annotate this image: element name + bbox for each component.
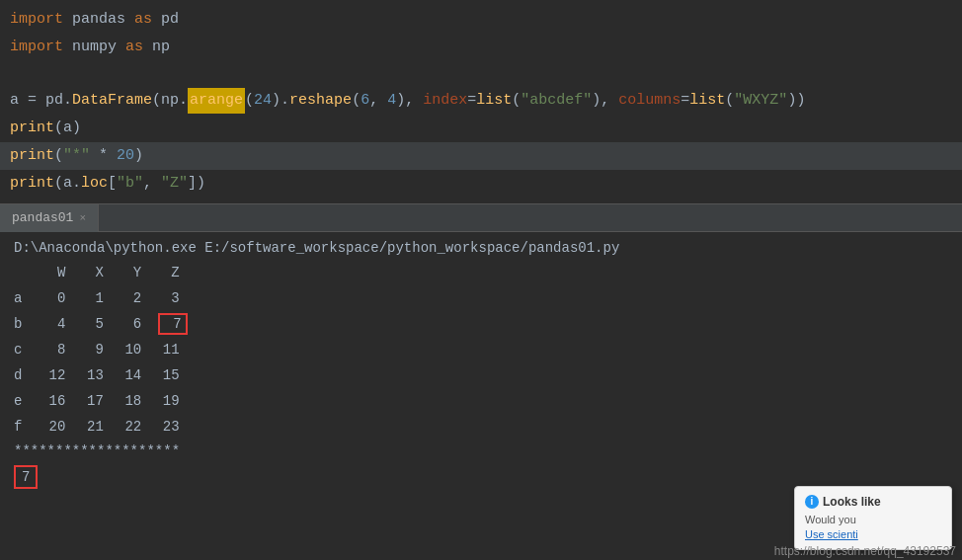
code-text: ,	[143, 171, 161, 197]
cell-d-y: 14	[120, 364, 149, 386]
fn-list-2: list	[689, 88, 725, 114]
cell-f-w: 20	[43, 416, 73, 438]
fn-loc: loc	[81, 171, 108, 197]
table-row-a: a 0 1 2 3	[0, 285, 962, 311]
cell-a-w: 0	[43, 287, 73, 309]
row-index-f: f	[14, 416, 36, 438]
row-index-b: b	[14, 313, 36, 335]
cell-e-w: 16	[43, 390, 73, 412]
code-line-5: print(a)	[0, 115, 962, 142]
table-row-e: e 16 17 18 19	[0, 388, 962, 414]
code-line-4: a = pd.DataFrame(np.arange(24).reshape(6…	[0, 87, 962, 115]
code-text: ))	[787, 88, 805, 114]
fn-dataframe: DataFrame	[72, 88, 152, 114]
table-row-c: c 8 9 10 11	[0, 337, 962, 362]
url-bar: https://blog.csdn.net/qq_43192537	[768, 542, 962, 560]
cell-b-x: 5	[82, 313, 112, 335]
keyword-as-1: as	[134, 7, 152, 33]
cell-c-y: 10	[120, 339, 149, 360]
stars-output: ********************	[0, 440, 962, 463]
result-value: 7	[14, 465, 38, 489]
table-row-d: d 12 13 14 15	[0, 362, 962, 388]
cell-a-z: 3	[158, 287, 188, 309]
table-header-row: W X Y Z	[0, 260, 962, 285]
code-text: ).	[272, 88, 289, 114]
num-4: 4	[387, 88, 396, 114]
code-text: (	[54, 143, 63, 169]
code-text: ),	[396, 88, 423, 114]
code-line-7: print(a.loc["b", "Z"])	[0, 170, 962, 198]
str-wxyz: "WXYZ"	[734, 88, 787, 114]
fn-list-1: list	[476, 88, 512, 114]
keyword-import-2: import	[10, 35, 63, 60]
tooltip-popup: i Looks like Would you Use scienti	[794, 486, 952, 550]
cell-d-z: 15	[158, 364, 188, 386]
param-index: index	[423, 88, 467, 114]
code-text: np	[143, 35, 170, 60]
table-row-f: f 20 21 22 23	[0, 414, 962, 440]
tab-bar: pandas01 ×	[0, 204, 962, 232]
keyword-import-1: import	[10, 7, 63, 33]
tab-pandas01[interactable]: pandas01 ×	[0, 204, 99, 232]
cell-b-y: 6	[120, 313, 149, 335]
str-z: "Z"	[161, 171, 188, 197]
num-20: 20	[117, 143, 134, 169]
table-header-x: X	[82, 262, 112, 283]
code-text: ,	[369, 88, 387, 114]
code-line-1: import pandas as pd	[0, 6, 962, 34]
tooltip-action[interactable]: Use scienti	[805, 528, 858, 540]
table-header-w: W	[43, 262, 73, 283]
code-text: pandas	[63, 7, 134, 33]
code-text: (	[512, 88, 521, 114]
code-text: (	[352, 88, 361, 114]
cell-e-z: 19	[158, 390, 188, 412]
row-index-a: a	[14, 287, 36, 309]
info-icon: i	[805, 495, 819, 509]
code-text: ])	[188, 171, 205, 197]
cell-a-y: 2	[120, 287, 149, 309]
code-text: pd	[152, 7, 179, 33]
code-text: [	[108, 171, 117, 197]
fn-print-1: print	[10, 116, 54, 141]
code-text: (a.	[54, 171, 81, 197]
fn-arange-highlight: arange	[188, 88, 245, 114]
str-abcdef: "abcdef"	[521, 88, 592, 114]
fn-reshape: reshape	[289, 88, 352, 114]
code-text: a = pd.	[10, 88, 72, 114]
code-line-6: print("*" * 20)	[0, 142, 962, 170]
url-text: https://blog.csdn.net/qq_43192537	[774, 544, 956, 558]
output-path: D:\Anaconda\python.exe E:/software_works…	[0, 236, 962, 260]
code-text: (	[245, 88, 254, 114]
code-line-2: import numpy as np	[0, 34, 962, 61]
code-text: ),	[592, 88, 618, 114]
tab-close-button[interactable]: ×	[79, 212, 86, 224]
row-index-d: d	[14, 364, 36, 386]
cell-b-w: 4	[43, 313, 73, 335]
code-text: (a)	[54, 116, 81, 141]
str-b: "b"	[117, 171, 143, 197]
table-header-z: Z	[158, 262, 188, 283]
empty-line-1	[0, 61, 962, 87]
keyword-as-2: as	[125, 35, 143, 60]
cell-c-z: 11	[158, 339, 188, 360]
param-columns: columns	[618, 88, 681, 114]
code-editor: import pandas as pd import numpy as np a…	[0, 0, 962, 204]
tooltip-title: i Looks like	[805, 495, 941, 509]
code-text: =	[681, 88, 689, 114]
cell-c-x: 9	[82, 339, 112, 360]
num-24: 24	[254, 88, 272, 114]
fn-print-3: print	[10, 171, 54, 197]
table-row-b: b 4 5 6 7	[0, 311, 962, 337]
code-text: =	[467, 88, 476, 114]
code-text: numpy	[63, 35, 125, 60]
row-index-c: c	[14, 339, 36, 360]
code-text: )	[134, 143, 143, 169]
row-index-e: e	[14, 390, 36, 412]
cell-f-y: 22	[120, 416, 149, 438]
table-header-y: Y	[120, 262, 149, 283]
code-text: *	[90, 143, 117, 169]
cell-e-x: 17	[82, 390, 112, 412]
tab-label: pandas01	[12, 210, 73, 225]
tooltip-title-text: Looks like	[823, 495, 881, 509]
tooltip-body: Would you	[805, 513, 941, 527]
